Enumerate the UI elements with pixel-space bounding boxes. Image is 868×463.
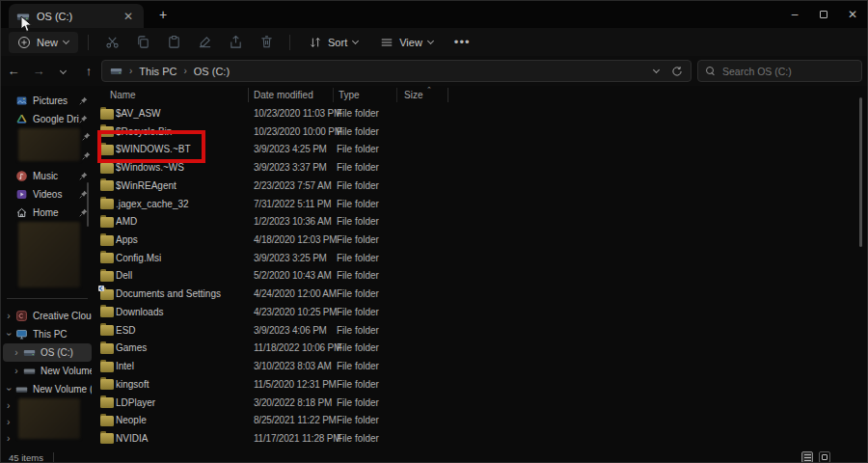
plus-circle-icon: [17, 36, 31, 49]
chevron-expanded-icon[interactable]: ›: [4, 384, 14, 395]
details-view-button[interactable]: [801, 451, 813, 463]
chevron-down-icon[interactable]: [654, 68, 660, 73]
sidebar-item-new-volume[interactable]: ›New Volume (: [3, 362, 92, 380]
file-row-downloads[interactable]: Downloads4/23/2020 10:25 PMFile folder: [97, 304, 868, 322]
sidebar-item-videos[interactable]: Videos: [3, 185, 92, 204]
file-row-games[interactable]: Games11/18/2022 10:06 PMFile folder: [97, 340, 868, 358]
sidebar-item-pictures[interactable]: Pictures: [3, 92, 92, 110]
file-row-winreagent[interactable]: $WinREAgent2/23/2023 7:57 AMFile folder: [97, 177, 868, 196]
file-name: $AV_ASW: [116, 108, 247, 119]
paste-button[interactable]: [162, 31, 185, 54]
date-modified: 2/23/2023 7:57 AM: [254, 180, 332, 191]
date-modified: 10/23/2020 11:03 PM: [254, 108, 341, 119]
more-options-button[interactable]: •••: [447, 35, 478, 49]
up-button[interactable]: ↑: [76, 64, 101, 78]
date-modified: 4/23/2020 10:25 PM: [254, 307, 337, 317]
list-scrollbar[interactable]: [859, 97, 862, 247]
videos-icon: [14, 187, 29, 202]
column-separator[interactable]: [333, 88, 334, 102]
cc-icon: [14, 309, 29, 323]
pin-icon: [82, 151, 91, 160]
cut-button[interactable]: [100, 31, 123, 54]
file-name: LDPlayer: [116, 397, 247, 408]
column-header-type[interactable]: Type: [339, 90, 360, 100]
column-header-size[interactable]: Size: [404, 90, 422, 100]
share-button[interactable]: [224, 31, 247, 54]
sidebar-item-os-c[interactable]: ›OS (C:): [3, 343, 92, 362]
sidebar-item-label: OS (C:): [41, 347, 92, 358]
new-button[interactable]: New: [9, 32, 78, 53]
close-button[interactable]: ✕: [838, 1, 867, 28]
breadcrumb[interactable]: › This PC › OS (C:): [101, 60, 692, 82]
sidebar-item-new-volume-d[interactable]: ›New Volume (D:: [3, 380, 92, 398]
file-row-windows-bt[interactable]: $WINDOWS.~BT3/9/2023 4:25 PMFile folder: [97, 141, 868, 159]
file-row-esd[interactable]: ESD3/9/2023 4:06 PMFile folder: [97, 322, 868, 340]
file-row-recycle-bin[interactable]: $Recycle.Bin10/23/2020 10:00 PMFile fold…: [97, 123, 868, 142]
sidebar-item-creative-cloud-f[interactable]: ›Creative Cloud F: [3, 307, 92, 325]
new-tab-button[interactable]: +: [153, 7, 173, 22]
file-name: kingsoft: [116, 379, 247, 390]
file-row-neople[interactable]: Neople8/25/2021 11:22 PMFile folder: [97, 412, 868, 430]
file-name: Games: [116, 342, 247, 353]
file-type: File folder: [337, 234, 379, 245]
file-row-amd[interactable]: AMD1/2/2023 10:36 AMFile folder: [97, 213, 868, 232]
file-name: ESD: [116, 325, 247, 336]
sidebar-scrollbar[interactable]: [87, 182, 89, 227]
copy-button[interactable]: [131, 31, 154, 54]
file-row-kingsoft[interactable]: kingsoft11/5/2020 12:31 PMFile folder: [97, 376, 868, 395]
chevron-right-icon[interactable]: ›: [11, 347, 22, 358]
back-button[interactable]: ←: [1, 64, 26, 78]
file-row-windows-ws[interactable]: $Windows.~WS3/9/2023 3:37 PMFile folder: [97, 159, 868, 177]
new-button-label: New: [37, 37, 58, 48]
rename-button[interactable]: [193, 31, 216, 54]
tab-close-icon[interactable]: ✕: [121, 10, 136, 23]
sidebar-item-home[interactable]: Home: [3, 204, 92, 222]
pictures-icon: [14, 94, 29, 108]
file-row-ldplayer[interactable]: LDPlayer3/20/2022 8:18 PMFile folder: [97, 395, 868, 413]
delete-button[interactable]: [255, 31, 278, 54]
recent-locations-button[interactable]: [51, 64, 76, 78]
date-modified: 3/9/2023 3:37 PM: [254, 162, 327, 173]
chevron-right-icon[interactable]: ›: [7, 417, 10, 427]
large-icons-view-button[interactable]: [819, 451, 830, 463]
search-box[interactable]: [697, 60, 862, 82]
file-type: File folder: [337, 361, 379, 371]
sidebar-item-label: Videos: [33, 189, 79, 200]
breadcrumb-os-c[interactable]: OS (C:): [194, 66, 230, 77]
file-row-jagex-cache-32[interactable]: .jagex_cache_327/31/2022 5:11 PMFile fol…: [97, 196, 868, 214]
file-row-documents-and-settings[interactable]: Documents and Settings4/24/2020 12:00 AM…: [97, 286, 868, 304]
column-separator[interactable]: [396, 88, 397, 102]
chevron-right-icon[interactable]: ›: [11, 366, 22, 376]
file-name: Neople: [116, 415, 247, 425]
maximize-button[interactable]: [809, 1, 838, 28]
sidebar-item-this-pc[interactable]: ›This PC: [3, 325, 92, 343]
sidebar-item-google-drive[interactable]: Google Drive: [3, 110, 92, 128]
file-row-apps[interactable]: Apps4/18/2020 12:03 PMFile folder: [97, 232, 868, 250]
view-button[interactable]: View: [371, 32, 443, 53]
forward-button[interactable]: →: [26, 64, 51, 78]
file-row-nvidia[interactable]: NVIDIA11/17/2021 11:28 PMFile folder: [97, 430, 868, 449]
search-icon: [706, 67, 715, 75]
file-row-av-asw[interactable]: $AV_ASW10/23/2020 11:03 PMFile folder: [97, 105, 868, 123]
column-header-name[interactable]: Name: [110, 90, 136, 100]
sidebar-divider: [7, 298, 88, 299]
sort-icon: [309, 36, 322, 49]
sort-button[interactable]: Sort: [300, 32, 367, 53]
search-input[interactable]: [720, 65, 836, 78]
chevron-expanded-icon[interactable]: ›: [4, 329, 14, 340]
sidebar-item-music[interactable]: Music: [3, 167, 92, 185]
chevron-right-icon[interactable]: ›: [3, 311, 14, 321]
file-row-dell[interactable]: Dell5/2/2020 10:43 AMFile folder: [97, 267, 868, 286]
chevron-right-icon[interactable]: ›: [7, 400, 10, 411]
file-row-intel[interactable]: Intel3/10/2023 8:03 AMFile folder: [97, 358, 868, 376]
chevron-down-icon: [353, 39, 359, 44]
breadcrumb-this-pc[interactable]: This PC: [139, 66, 176, 77]
column-separator[interactable]: [248, 88, 249, 102]
refresh-icon[interactable]: [671, 66, 683, 77]
column-header-date-modified[interactable]: Date modified: [254, 90, 313, 100]
file-row-config-msi[interactable]: Config.Msi3/9/2023 3:25 PMFile folder: [97, 250, 868, 268]
chevron-right-icon[interactable]: ›: [7, 433, 10, 444]
column-separator[interactable]: [448, 88, 448, 102]
minimize-button[interactable]: –: [780, 1, 809, 28]
file-name: $WinREAgent: [116, 180, 247, 191]
